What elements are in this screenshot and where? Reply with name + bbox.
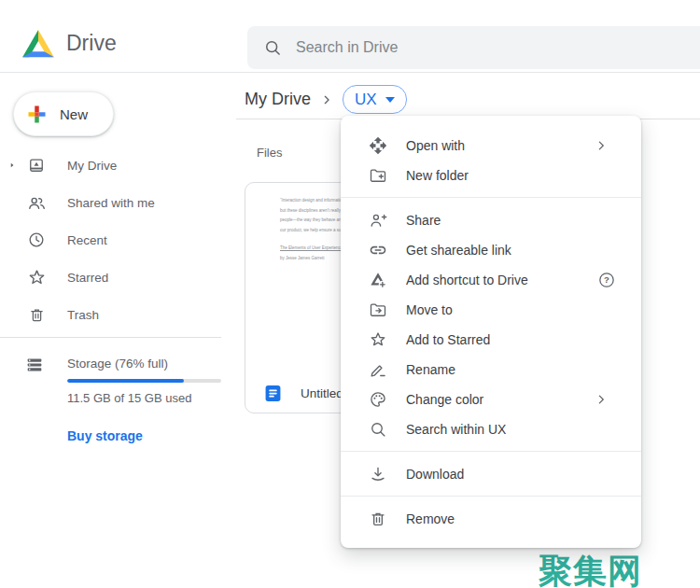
chevron-right-icon — [593, 137, 609, 154]
menu-item-label: New folder — [406, 168, 469, 183]
sidebar-item-shared-with-me[interactable]: Shared with me — [0, 184, 221, 221]
menu-item-label: Add shortcut to Drive — [406, 273, 528, 287]
storage-label[interactable]: Storage (76% full) — [67, 357, 168, 371]
menu-divider — [341, 197, 641, 198]
menu-item-add-shortcut-to-drive[interactable]: Add shortcut to Drive ? — [341, 265, 641, 295]
search-icon — [263, 38, 282, 57]
search-icon — [369, 420, 387, 439]
menu-item-label: Add to Starred — [406, 332, 490, 347]
expand-caret-icon[interactable] — [7, 161, 21, 170]
menu-divider — [341, 496, 641, 497]
new-folder-icon — [369, 166, 387, 185]
menu-item-change-color[interactable]: Change color — [341, 385, 641, 414]
new-button-label: New — [60, 106, 88, 122]
menu-item-label: Rename — [406, 362, 455, 377]
star-icon — [26, 268, 47, 287]
sidebar-item-label: My Drive — [67, 159, 117, 173]
menu-divider — [341, 451, 641, 452]
sidebar-item-label: Shared with me — [67, 196, 155, 210]
sidebar-item-label: Starred — [67, 271, 108, 285]
download-icon — [369, 465, 387, 483]
sidebar-item-recent[interactable]: Recent — [0, 221, 221, 259]
storage-usage-text: 11.5 GB of 15 GB used — [67, 391, 191, 405]
move-to-icon — [369, 301, 387, 319]
menu-item-label: Share — [406, 213, 441, 228]
menu-item-label: Get shareable link — [406, 243, 511, 258]
trash-icon — [369, 510, 387, 528]
menu-item-new-folder[interactable]: New folder — [341, 161, 641, 190]
search-placeholder: Search in Drive — [296, 39, 398, 56]
menu-item-label: Change color — [406, 392, 483, 407]
menu-item-add-to-starred[interactable]: Add to Starred — [341, 325, 641, 355]
menu-item-open-with[interactable]: Open with — [341, 131, 641, 161]
file-name: Untitled — [301, 386, 343, 400]
drive-triangle-icon — [21, 28, 56, 59]
my-drive-icon — [26, 156, 47, 175]
palette-icon — [369, 390, 387, 409]
app-title: Drive — [66, 31, 117, 56]
person-add-icon — [369, 211, 387, 230]
sidebar-item-starred[interactable]: Starred — [0, 259, 221, 296]
drive-logo[interactable]: Drive — [21, 28, 117, 59]
clock-icon — [26, 231, 47, 249]
link-icon — [369, 241, 387, 259]
files-section-label: Files — [257, 146, 282, 160]
breadcrumb-current: UX — [355, 91, 377, 109]
open-with-icon — [369, 136, 387, 155]
breadcrumb-root[interactable]: My Drive — [245, 90, 311, 109]
chevron-right-icon — [593, 391, 609, 408]
storage-icon — [24, 355, 45, 375]
sidebar-item-label: Trash — [67, 308, 99, 322]
breadcrumb-current-dropdown[interactable]: UX — [343, 85, 407, 114]
app-header: Drive Search in Drive — [0, 0, 700, 73]
site-watermark: 聚集网 — [539, 549, 642, 588]
sidebar-item-trash[interactable]: Trash — [0, 296, 221, 333]
rename-icon — [369, 360, 387, 379]
sidebar: New My Drive — [0, 74, 221, 588]
menu-item-get-shareable-link[interactable]: Get shareable link — [341, 235, 641, 265]
breadcrumb-chevron-icon — [319, 92, 334, 107]
menu-item-rename[interactable]: Rename — [341, 355, 641, 385]
plus-multicolor-icon — [24, 102, 49, 127]
menu-item-label: Search within UX — [406, 422, 506, 437]
menu-item-download[interactable]: Download — [341, 459, 641, 489]
menu-item-label: Open with — [406, 138, 465, 153]
buy-storage-link[interactable]: Buy storage — [67, 428, 143, 443]
menu-item-label: Remove — [406, 511, 455, 526]
menu-item-remove[interactable]: Remove — [341, 504, 641, 534]
sidebar-nav: My Drive Shared with me Recent — [0, 147, 221, 333]
menu-item-label: Download — [406, 467, 464, 482]
sidebar-item-label: Recent — [67, 233, 107, 247]
google-doc-icon — [264, 385, 282, 402]
storage-progress-bar — [67, 379, 221, 383]
svg-text:?: ? — [604, 274, 609, 285]
storage-progress-fill — [67, 379, 184, 383]
context-menu: Open with New folder Share Get shareable… — [341, 116, 641, 548]
dropdown-arrow-icon — [385, 97, 395, 103]
help-icon[interactable]: ? — [597, 271, 616, 289]
search-input[interactable]: Search in Drive — [247, 26, 700, 69]
menu-item-search-within-folder[interactable]: Search within UX — [341, 414, 641, 444]
menu-item-share[interactable]: Share — [341, 205, 641, 235]
trash-icon — [26, 306, 47, 324]
menu-item-label: Move to — [406, 302, 453, 317]
sidebar-divider — [0, 337, 221, 338]
drive-shortcut-icon — [369, 271, 387, 289]
new-button[interactable]: New — [13, 91, 114, 136]
star-icon — [369, 330, 387, 349]
people-icon — [26, 193, 47, 213]
sidebar-item-my-drive[interactable]: My Drive — [0, 147, 221, 184]
menu-item-move-to[interactable]: Move to — [341, 295, 641, 325]
